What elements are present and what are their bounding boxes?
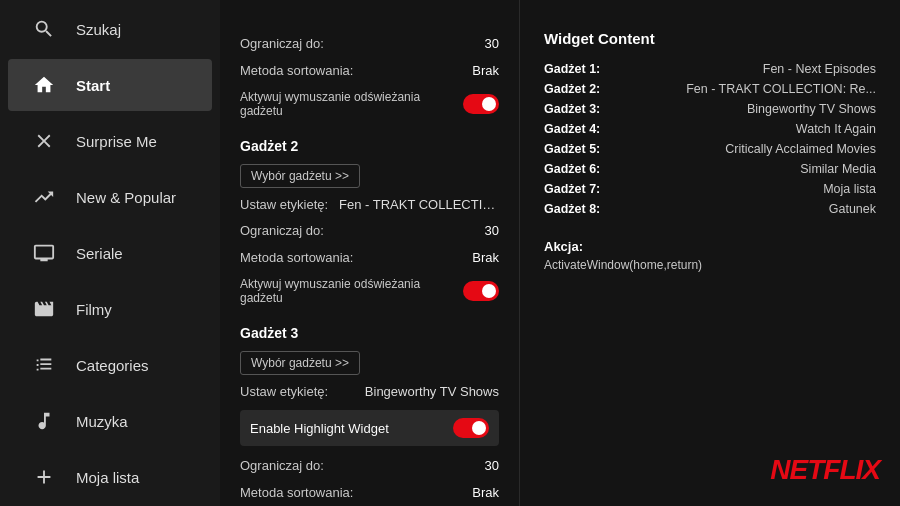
widget-gadgets-list: Gadżet 1:Fen - Next EpisodesGadżet 2:Fen… [544, 59, 876, 219]
gadget-name-5: Gadżet 5: [544, 142, 614, 156]
sidebar-item-filmy[interactable]: Filmy [8, 283, 212, 335]
gadget3-ograniczaj-label: Ograniczaj do: [240, 458, 324, 473]
gadget2-ograniczaj-row: Ograniczaj do: 30 [240, 217, 499, 244]
widget-gadget-row-7: Gadżet 7:Moja lista [544, 179, 876, 199]
sidebar-item-seriale[interactable]: Seriale [8, 227, 212, 279]
widget-gadget-row-4: Gadżet 4:Watch It Again [544, 119, 876, 139]
gadget-val-3: Bingeworthy TV Shows [614, 102, 876, 116]
sidebar-item-start[interactable]: Start [8, 59, 212, 111]
gadget2-aktywuj-toggle[interactable] [463, 281, 499, 301]
gadget2-sortowania-value: Brak [472, 250, 499, 265]
gadget-name-1: Gadżet 1: [544, 62, 614, 76]
gadget1-sortowania-label: Metoda sortowania: [240, 63, 353, 78]
gadget-name-3: Gadżet 3: [544, 102, 614, 116]
gadget-name-7: Gadżet 7: [544, 182, 614, 196]
gadget3-ustaw-value: Bingeworthy TV Shows [365, 384, 499, 399]
gadget2-ograniczaj-label: Ograniczaj do: [240, 223, 324, 238]
search-icon [28, 13, 60, 45]
gadget3-ustaw-row: Ustaw etykietę: Bingeworthy TV Shows [240, 379, 499, 404]
film-icon [28, 293, 60, 325]
music-icon [28, 405, 60, 437]
sidebar-item-new-popular[interactable]: New & Popular [8, 171, 212, 223]
sidebar: Szukaj Start Surprise Me New & Popular S… [0, 0, 220, 506]
gadget3-header: Gadżet 3 [240, 325, 499, 341]
gadget1-ograniczaj-value: 30 [485, 36, 499, 51]
gadget2-sortowania-label: Metoda sortowania: [240, 250, 353, 265]
sidebar-label-muzyka: Muzyka [76, 413, 128, 430]
widget-content-title: Widget Content [544, 30, 876, 47]
surprise-icon [28, 125, 60, 157]
gadget1-sortowania-row: Metoda sortowania: Brak [240, 57, 499, 84]
gadget2-ograniczaj-value: 30 [485, 223, 499, 238]
sidebar-item-moja-lista[interactable]: Moja lista [8, 451, 212, 503]
trending-icon [28, 181, 60, 213]
gadget2-aktywuj-row: Aktywuj wymuszanie odświeżania gadżetu [240, 271, 499, 311]
sidebar-label-seriale: Seriale [76, 245, 123, 262]
gadget2-ustaw-value: Fen - TRAKT COLLECTION... [339, 197, 499, 212]
akcja-value: ActivateWindow(home,return) [544, 258, 876, 272]
widget-gadget-row-6: Gadżet 6:Similar Media [544, 159, 876, 179]
gadget-name-2: Gadżet 2: [544, 82, 614, 96]
sidebar-label-surprise: Surprise Me [76, 133, 157, 150]
gadget1-aktywuj-toggle[interactable] [463, 94, 499, 114]
gadget3-ograniczaj-value: 30 [485, 458, 499, 473]
tv-icon [28, 237, 60, 269]
gadget3-select-btn[interactable]: Wybór gadżetu >> [240, 351, 360, 375]
highlight-widget-toggle[interactable] [453, 418, 489, 438]
gadget-val-5: Critically Acclaimed Movies [614, 142, 876, 156]
gadget2-ustaw-label: Ustaw etykietę: [240, 197, 328, 212]
gadget2-aktywuj-label: Aktywuj wymuszanie odświeżania gadżetu [240, 277, 440, 305]
widget-gadget-row-5: Gadżet 5:Critically Acclaimed Movies [544, 139, 876, 159]
sidebar-item-szukaj[interactable]: Szukaj [8, 3, 212, 55]
sidebar-label-szukaj: Szukaj [76, 21, 121, 38]
widget-gadget-row-2: Gadżet 2:Fen - TRAKT COLLECTION: Re... [544, 79, 876, 99]
sidebar-item-surprise[interactable]: Surprise Me [8, 115, 212, 167]
gadget1-aktywuj-row: Aktywuj wymuszanie odświeżania gadżetu [240, 84, 499, 124]
netflix-logo: NETFLIX [770, 454, 880, 486]
sidebar-item-muzyka[interactable]: Muzyka [8, 395, 212, 447]
gadget3-sortowania-value: Brak [472, 485, 499, 500]
gadget-val-7: Moja lista [614, 182, 876, 196]
widget-gadget-row-8: Gadżet 8:Gatunek [544, 199, 876, 219]
gadget2-sortowania-row: Metoda sortowania: Brak [240, 244, 499, 271]
sidebar-label-categories: Categories [76, 357, 149, 374]
gadget2-select-btn[interactable]: Wybór gadżetu >> [240, 164, 360, 188]
home-icon [28, 69, 60, 101]
widget-content-panel: Widget Content Gadżet 1:Fen - Next Episo… [520, 0, 900, 506]
gadget-name-8: Gadżet 8: [544, 202, 614, 216]
sidebar-label-new-popular: New & Popular [76, 189, 176, 206]
settings-panel: Ograniczaj do: 30 Metoda sortowania: Bra… [220, 0, 520, 506]
gadget2-header: Gadżet 2 [240, 138, 499, 154]
gadget-name-6: Gadżet 6: [544, 162, 614, 176]
gadget3-sortowania-row: Metoda sortowania: Brak [240, 479, 499, 506]
gadget3-sortowania-label: Metoda sortowania: [240, 485, 353, 500]
widget-gadget-row-1: Gadżet 1:Fen - Next Episodes [544, 59, 876, 79]
gadget3-ustaw-label: Ustaw etykietę: [240, 384, 328, 399]
sidebar-label-moja-lista: Moja lista [76, 469, 139, 486]
gadget1-ograniczaj-label: Ograniczaj do: [240, 36, 324, 51]
akcja-section: Akcja: ActivateWindow(home,return) [544, 239, 876, 272]
gadget-val-6: Similar Media [614, 162, 876, 176]
gadget-val-1: Fen - Next Episodes [614, 62, 876, 76]
gadget-val-8: Gatunek [614, 202, 876, 216]
categories-icon [28, 349, 60, 381]
gadget-name-4: Gadżet 4: [544, 122, 614, 136]
highlight-widget-row[interactable]: Enable Highlight Widget [240, 410, 499, 446]
main-content: Ograniczaj do: 30 Metoda sortowania: Bra… [220, 0, 900, 506]
gadget3-ograniczaj-row: Ograniczaj do: 30 [240, 452, 499, 479]
sidebar-label-filmy: Filmy [76, 301, 112, 318]
gadget1-ograniczaj-row: Ograniczaj do: 30 [240, 30, 499, 57]
highlight-widget-label: Enable Highlight Widget [250, 421, 389, 436]
akcja-title: Akcja: [544, 239, 876, 254]
gadget-val-2: Fen - TRAKT COLLECTION: Re... [614, 82, 876, 96]
gadget-val-4: Watch It Again [614, 122, 876, 136]
gadget1-sortowania-value: Brak [472, 63, 499, 78]
sidebar-label-start: Start [76, 77, 110, 94]
sidebar-item-categories[interactable]: Categories [8, 339, 212, 391]
plus-icon [28, 461, 60, 493]
gadget2-ustaw-row: Ustaw etykietę: Fen - TRAKT COLLECTION..… [240, 192, 499, 217]
gadget1-aktywuj-label: Aktywuj wymuszanie odświeżania gadżetu [240, 90, 440, 118]
widget-gadget-row-3: Gadżet 3:Bingeworthy TV Shows [544, 99, 876, 119]
